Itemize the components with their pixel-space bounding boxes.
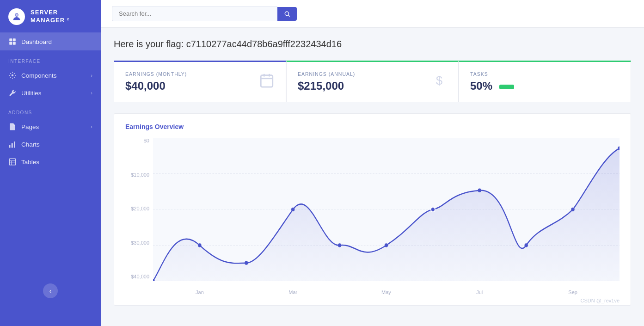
sidebar-item-components[interactable]: Components › bbox=[0, 67, 101, 84]
stat-cards: EARNINGS (MONTHLY) $40,000 EARNINGS (ANN… bbox=[114, 61, 631, 102]
annual-icon: $ bbox=[431, 73, 447, 92]
svg-rect-8 bbox=[12, 143, 13, 148]
y-label-3: $10,000 bbox=[125, 172, 153, 178]
main-content: Here is your flag: c7110277ac44d78b6a9ff… bbox=[101, 0, 644, 326]
chart-container: $40,000 $30,000 $20,000 $10,000 $0 bbox=[125, 138, 619, 295]
sidebar-logo bbox=[8, 8, 25, 25]
stat-card-tasks: TASKS 50% bbox=[459, 61, 631, 102]
chart-y-labels: $40,000 $30,000 $20,000 $10,000 $0 bbox=[125, 138, 153, 281]
search-input[interactable] bbox=[112, 6, 277, 21]
chart-svg-area bbox=[153, 138, 619, 281]
svg-rect-2 bbox=[9, 38, 12, 41]
sidebar-app-title: SERVER MANAGER ² bbox=[31, 9, 69, 25]
svg-point-30 bbox=[338, 243, 341, 247]
x-label-mar: Mar bbox=[246, 289, 340, 295]
svg-point-32 bbox=[431, 207, 435, 212]
svg-point-34 bbox=[525, 243, 528, 247]
x-label-jan: Jan bbox=[153, 289, 246, 295]
svg-point-28 bbox=[245, 261, 248, 265]
y-label-1: $30,000 bbox=[125, 240, 153, 246]
topbar bbox=[101, 0, 644, 28]
y-label-2: $20,000 bbox=[125, 206, 153, 211]
sidebar-nav: Dashboard INTERFACE Components › Utiliti… bbox=[0, 33, 101, 326]
utilities-chevron-icon: › bbox=[91, 90, 92, 96]
svg-point-6 bbox=[12, 74, 14, 77]
sidebar-item-utilities-label: Utilities bbox=[21, 90, 42, 97]
interface-section-label: INTERFACE bbox=[0, 50, 101, 67]
sidebar-item-dashboard[interactable]: Dashboard bbox=[0, 33, 101, 50]
svg-rect-16 bbox=[261, 75, 273, 87]
svg-point-1 bbox=[15, 14, 18, 16]
x-label-may: May bbox=[340, 289, 433, 295]
sidebar-item-pages-label: Pages bbox=[21, 123, 39, 130]
svg-point-14 bbox=[285, 12, 288, 15]
chart-x-labels: Jan Mar May Jul Sep bbox=[153, 282, 619, 295]
x-label-jul: Jul bbox=[433, 289, 526, 295]
sidebar-item-dashboard-label: Dashboard bbox=[21, 38, 52, 45]
sidebar-item-charts[interactable]: Charts bbox=[0, 135, 101, 153]
stat-card-annual: EARNINGS (ANNUAL) $215,000 $ bbox=[286, 61, 459, 102]
svg-point-31 bbox=[385, 243, 388, 247]
sidebar-header: SERVER MANAGER ² bbox=[0, 0, 101, 33]
annual-label: EARNINGS (ANNUAL) bbox=[298, 71, 355, 77]
components-chevron-icon: › bbox=[91, 73, 92, 78]
pages-chevron-icon: › bbox=[91, 124, 92, 129]
stat-card-monthly: EARNINGS (MONTHLY) $40,000 bbox=[114, 61, 286, 102]
svg-rect-10 bbox=[9, 159, 16, 165]
addons-section-label: ADDONS bbox=[0, 102, 101, 118]
tasks-label: TASKS bbox=[470, 71, 514, 77]
search-button[interactable] bbox=[277, 7, 297, 21]
svg-line-15 bbox=[288, 15, 290, 16]
sidebar-item-utilities[interactable]: Utilities › bbox=[0, 84, 101, 102]
svg-point-29 bbox=[291, 208, 294, 211]
y-label-4: $0 bbox=[125, 138, 153, 143]
earnings-overview-title: Earnings Overview bbox=[125, 123, 619, 130]
svg-rect-3 bbox=[13, 38, 16, 41]
svg-point-27 bbox=[198, 243, 201, 247]
y-label-0: $40,000 bbox=[125, 274, 153, 279]
svg-point-33 bbox=[478, 189, 481, 192]
monthly-value: $40,000 bbox=[125, 80, 187, 92]
svg-rect-7 bbox=[9, 145, 11, 148]
sidebar-item-components-label: Components bbox=[21, 72, 57, 79]
svg-rect-4 bbox=[9, 42, 12, 45]
content-area: Here is your flag: c7110277ac44d78b6a9ff… bbox=[101, 28, 644, 326]
svg-rect-9 bbox=[14, 141, 15, 148]
sidebar-collapse-button[interactable]: ‹ bbox=[43, 283, 58, 298]
watermark: CSDN @_rev1ve bbox=[125, 295, 619, 305]
sidebar-item-pages[interactable]: Pages › bbox=[0, 118, 101, 135]
tasks-progress-bar bbox=[499, 85, 514, 89]
sidebar: SERVER MANAGER ² Dashboard INTERFACE Com… bbox=[0, 0, 101, 326]
monthly-label: EARNINGS (MONTHLY) bbox=[125, 71, 187, 77]
x-label-sep: Sep bbox=[526, 289, 619, 295]
svg-point-35 bbox=[571, 208, 574, 211]
earnings-overview-panel: Earnings Overview $40,000 $30,000 $20,00… bbox=[114, 113, 631, 306]
flag-banner: Here is your flag: c7110277ac44d78b6a9ff… bbox=[114, 39, 631, 49]
tasks-value: 50% bbox=[470, 80, 514, 92]
svg-text:$: $ bbox=[436, 74, 442, 86]
sidebar-item-charts-label: Charts bbox=[21, 141, 40, 148]
search-container bbox=[112, 6, 297, 21]
monthly-icon bbox=[259, 73, 275, 92]
sidebar-item-tables-label: Tables bbox=[21, 159, 39, 166]
svg-rect-5 bbox=[13, 42, 16, 45]
sidebar-item-tables[interactable]: Tables bbox=[0, 153, 101, 171]
annual-value: $215,000 bbox=[298, 80, 355, 92]
